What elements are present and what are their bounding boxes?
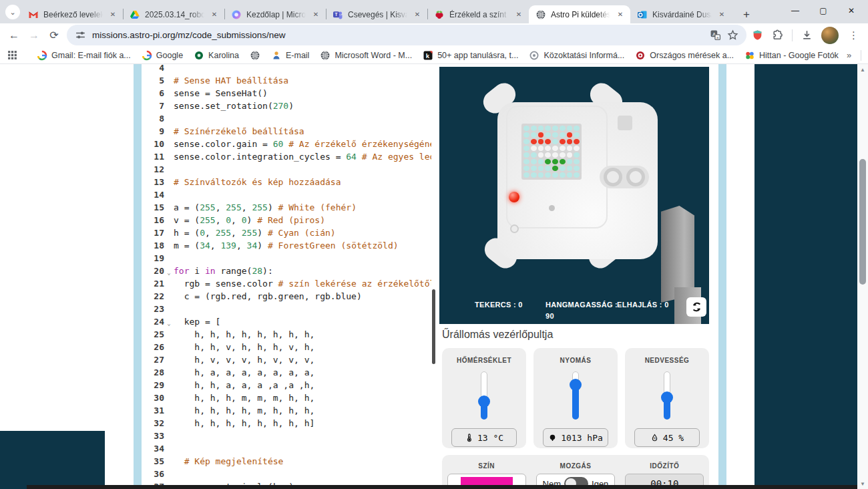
- code-line[interactable]: 12: [143, 163, 431, 176]
- code-line[interactable]: 7sense.set_rotation(270): [143, 100, 431, 112]
- code-fold-arrow-icon[interactable]: [164, 384, 174, 387]
- code-fold-arrow-icon[interactable]: [164, 397, 174, 399]
- bookmark-item[interactable]: Microsoft Word - M...: [317, 49, 415, 62]
- editor-scrollbar-thumb[interactable]: [432, 289, 435, 364]
- maximize-button[interactable]: ▢: [809, 1, 837, 21]
- code-fold-arrow-icon[interactable]: [164, 181, 174, 184]
- code-fold-arrow-icon[interactable]: [164, 219, 174, 222]
- code-fold-arrow-icon[interactable]: [164, 232, 174, 234]
- code-editor[interactable]: 45# Sense HAT beállítása6sense = SenseHa…: [143, 64, 431, 489]
- minimize-button[interactable]: —: [781, 1, 809, 21]
- code-fold-arrow-icon[interactable]: [164, 448, 174, 450]
- apps-grid-icon[interactable]: [7, 49, 18, 61]
- translate-icon[interactable]: Aa: [710, 29, 721, 41]
- slider-thumb[interactable]: [661, 391, 673, 403]
- code-fold-arrow-icon[interactable]: [164, 257, 174, 260]
- code-line[interactable]: 23: [143, 303, 431, 315]
- code-fold-arrow-icon[interactable]: [164, 206, 174, 209]
- code-line[interactable]: 10sense.color.gain = 60 # Az érzékelő ér…: [143, 138, 431, 150]
- code-line[interactable]: 17h = (0, 255, 255) # Cyan (cián): [143, 226, 431, 239]
- code-line[interactable]: 30 h, h, h, m, m, m, h, h,: [143, 391, 431, 404]
- code-fold-arrow-icon[interactable]: [164, 143, 174, 146]
- slider-thumb[interactable]: [478, 395, 490, 408]
- bookmark-item[interactable]: E-mail: [268, 49, 312, 62]
- bookmark-item[interactable]: k50+ app tanulásra, t...: [420, 49, 521, 62]
- bookmark-item[interactable]: Közoktatási Informá...: [526, 49, 627, 62]
- code-fold-arrow-icon[interactable]: ⌄: [164, 317, 174, 327]
- code-line[interactable]: 27 h, v, v, v, h, v, v, v,: [143, 353, 431, 366]
- bookmarks-overflow-chevron[interactable]: »: [847, 50, 851, 60]
- address-bar[interactable]: missions.astro-pi.org/mz/code_submission…: [67, 25, 746, 45]
- bookmark-item[interactable]: Karolina: [191, 49, 242, 62]
- scroll-up-arrow-icon[interactable]: ▲: [857, 67, 868, 73]
- code-fold-arrow-icon[interactable]: [164, 118, 174, 120]
- code-fold-arrow-icon[interactable]: [164, 156, 174, 158]
- forward-button[interactable]: →: [24, 25, 44, 45]
- extensions-puzzle-icon[interactable]: [772, 29, 783, 41]
- tab-close-button[interactable]: ✕: [310, 9, 321, 20]
- tab-close-button[interactable]: ✕: [209, 9, 220, 20]
- code-line[interactable]: 16v = (255, 0, 0) # Red (piros): [143, 214, 431, 226]
- code-fold-arrow-icon[interactable]: [164, 105, 174, 108]
- bookmark-item[interactable]: [247, 49, 263, 62]
- code-line[interactable]: 13# Színváltozók és kép hozzáadása: [143, 176, 431, 188]
- tab-close-button[interactable]: ✕: [513, 9, 524, 20]
- code-fold-arrow-icon[interactable]: [164, 422, 174, 425]
- code-line[interactable]: 20⌄for i in range(28):: [143, 265, 431, 277]
- tab-close-button[interactable]: ✕: [615, 9, 626, 20]
- code-line[interactable]: 4: [143, 64, 431, 74]
- code-line[interactable]: 34: [143, 442, 431, 455]
- tab-close-button[interactable]: ✕: [412, 9, 423, 20]
- download-icon[interactable]: [801, 29, 813, 41]
- code-fold-arrow-icon[interactable]: [164, 92, 174, 95]
- code-fold-arrow-icon[interactable]: [164, 371, 174, 374]
- code-line[interactable]: 33: [143, 430, 431, 442]
- code-line[interactable]: 35 # Kép megjelenítése: [143, 455, 431, 468]
- code-fold-arrow-icon[interactable]: [164, 194, 174, 196]
- scroll-down-arrow-icon[interactable]: ▼: [857, 481, 868, 487]
- browser-tab[interactable]: Beérkező levelek - ki✕: [21, 5, 123, 23]
- code-line[interactable]: 25 h, h, h, h, h, h, h, h,: [143, 328, 431, 341]
- close-window-button[interactable]: ✕: [837, 1, 865, 21]
- bookmark-item[interactable]: Hittan - Google Fotók: [742, 49, 841, 62]
- code-line[interactable]: 26 h, h, v, h, h, h, v, h,: [143, 341, 431, 353]
- code-fold-arrow-icon[interactable]: [164, 333, 174, 336]
- code-fold-arrow-icon[interactable]: [164, 359, 174, 361]
- bookmark-star-icon[interactable]: [727, 29, 738, 41]
- code-fold-arrow-icon[interactable]: [164, 67, 174, 69]
- code-line[interactable]: 6sense = SenseHat(): [143, 87, 431, 100]
- browser-menu-kebab-icon[interactable]: ⋮: [847, 29, 860, 41]
- code-fold-arrow-icon[interactable]: [164, 130, 174, 133]
- url-text[interactable]: missions.astro-pi.org/mz/code_submission…: [92, 30, 704, 40]
- code-line[interactable]: 9# Színérzékelő beállítása: [143, 125, 431, 138]
- bookmark-item[interactable]: Gmail: E-mail fiók a...: [34, 49, 134, 62]
- profile-avatar[interactable]: [821, 27, 839, 44]
- tab-close-button[interactable]: ✕: [716, 9, 727, 20]
- code-fold-arrow-icon[interactable]: ⌄: [164, 267, 174, 276]
- code-line[interactable]: 15a = (255, 255, 255) # White (fehér): [143, 201, 431, 214]
- code-fold-arrow-icon[interactable]: [164, 283, 174, 285]
- vertical-slider[interactable]: [442, 367, 526, 424]
- reload-button[interactable]: ⟳: [44, 25, 64, 45]
- bookmark-item[interactable]: Országos mérések a...: [632, 49, 736, 62]
- adblock-extension-icon[interactable]: [752, 29, 763, 41]
- vertical-scrollbar-thumb[interactable]: [859, 159, 866, 285]
- code-fold-arrow-icon[interactable]: [164, 295, 174, 298]
- code-fold-arrow-icon[interactable]: [164, 435, 174, 438]
- code-line[interactable]: 28 h, a, a, a, a, a, a, a,: [143, 366, 431, 379]
- code-line[interactable]: 19: [143, 252, 431, 265]
- slider-thumb[interactable]: [570, 379, 582, 391]
- browser-tab[interactable]: Érzékeld a színt | Ast✕: [427, 5, 529, 23]
- bookmark-item[interactable]: Google: [139, 49, 186, 62]
- browser-tab[interactable]: 2025.03.14_robotika✕: [123, 5, 224, 23]
- back-button[interactable]: ←: [4, 25, 24, 45]
- code-line[interactable]: 8: [143, 112, 431, 125]
- code-fold-arrow-icon[interactable]: [164, 346, 174, 349]
- code-line[interactable]: 32 h, h, h, h, h, h, h, h]: [143, 417, 431, 430]
- code-line[interactable]: 22 c = (rgb.red, rgb.green, rgb.blue): [143, 290, 431, 303]
- code-fold-arrow-icon[interactable]: [164, 473, 174, 476]
- code-line[interactable]: 5# Sense HAT beállítása: [143, 74, 431, 87]
- code-fold-arrow-icon[interactable]: [164, 460, 174, 463]
- tab-close-button[interactable]: ✕: [107, 9, 118, 20]
- code-line[interactable]: 18m = (34, 139, 34) # ForestGreen (sötét…: [143, 239, 431, 252]
